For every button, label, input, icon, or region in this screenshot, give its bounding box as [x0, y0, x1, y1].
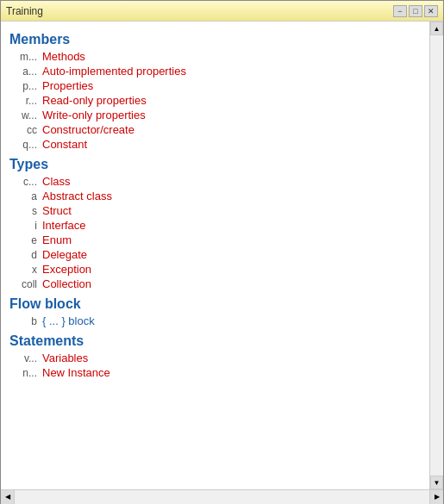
close-button[interactable]: ✕ [424, 5, 438, 17]
list-item: c... Class [8, 174, 426, 189]
list-item: coll Collection [8, 277, 426, 291]
scroll-down-button[interactable]: ▼ [430, 476, 443, 489]
item-prefix: n... [11, 367, 42, 379]
maximize-button[interactable]: □ [409, 5, 422, 17]
item-label[interactable]: Exception [42, 263, 91, 276]
window-controls: − □ ✕ [393, 5, 438, 17]
list-item: n... New Instance [8, 365, 426, 380]
item-label[interactable]: Collection [42, 277, 91, 290]
item-prefix: a [11, 190, 42, 202]
item-prefix: q... [11, 139, 42, 151]
list-item: e Enum [8, 233, 426, 247]
scroll-track[interactable] [430, 35, 443, 476]
list-item: b { ... } block [8, 314, 426, 328]
item-label[interactable]: Delegate [42, 248, 87, 261]
item-label[interactable]: New Instance [42, 366, 110, 379]
training-window: Training − □ ✕ Members m... Methods a...… [0, 0, 444, 504]
list-item: a... Auto-implemented properties [8, 64, 426, 78]
horizontal-scrollbar: ◀ ▶ [1, 489, 443, 503]
content-area: Members m... Methods a... Auto-implement… [1, 22, 443, 489]
list-item: q... Constant [8, 137, 426, 152]
list-item: m... Methods [8, 49, 426, 64]
title-bar: Training − □ ✕ [1, 1, 443, 22]
list-item: s Struct [8, 203, 426, 218]
list-item: w... Write-only properties [8, 108, 426, 122]
item-label[interactable]: Enum [42, 233, 72, 246]
item-label[interactable]: Write-only properties [42, 109, 146, 121]
minimize-button[interactable]: − [393, 5, 407, 17]
list-item: x Exception [8, 262, 426, 277]
item-prefix: x [11, 264, 42, 276]
list-item: p... Properties [8, 78, 426, 93]
section-header-types: Types [8, 157, 426, 172]
vertical-scrollbar: ▲ ▼ [429, 22, 443, 489]
item-label[interactable]: Read-only properties [42, 94, 147, 107]
item-label[interactable]: Methods [42, 50, 85, 63]
item-label[interactable]: Interface [42, 219, 86, 232]
item-label[interactable]: Abstract class [42, 190, 112, 202]
list-item: d Delegate [8, 247, 426, 262]
item-prefix: s [11, 205, 42, 217]
section-header-statements: Statements [8, 333, 426, 349]
window-title: Training [6, 5, 43, 17]
scroll-up-button[interactable]: ▲ [430, 22, 443, 35]
item-prefix: r... [11, 95, 42, 107]
hscroll-track[interactable] [15, 490, 429, 504]
section-header-flowblock: Flow block [8, 296, 426, 312]
item-label[interactable]: Variables [42, 352, 88, 364]
item-prefix: i [11, 220, 42, 232]
item-prefix: w... [11, 109, 42, 121]
list-item: cc Constructor/create [8, 122, 426, 137]
section-header-members: Members [8, 32, 426, 47]
list-item: a Abstract class [8, 189, 426, 203]
item-prefix: cc [11, 124, 42, 136]
item-label[interactable]: Properties [42, 79, 93, 92]
item-label[interactable]: Class [42, 175, 71, 188]
list-item: v... Variables [8, 351, 426, 365]
scroll-content[interactable]: Members m... Methods a... Auto-implement… [1, 22, 429, 489]
item-prefix: e [11, 234, 42, 246]
list-item: i Interface [8, 218, 426, 233]
item-label[interactable]: Auto-implemented properties [42, 65, 186, 78]
item-prefix: v... [11, 352, 42, 364]
item-label[interactable]: Constant [42, 138, 87, 151]
item-prefix: c... [11, 176, 42, 188]
item-prefix: p... [11, 80, 42, 92]
scroll-left-button[interactable]: ◀ [1, 490, 15, 504]
item-prefix: coll [11, 278, 42, 290]
item-prefix: a... [11, 65, 42, 78]
list-item: r... Read-only properties [8, 93, 426, 108]
item-label[interactable]: { ... } block [42, 314, 95, 327]
item-label[interactable]: Constructor/create [42, 123, 134, 136]
item-prefix: m... [11, 51, 42, 63]
scroll-right-button[interactable]: ▶ [429, 490, 443, 504]
item-prefix: b [11, 315, 42, 327]
item-prefix: d [11, 249, 42, 261]
item-label[interactable]: Struct [42, 204, 72, 217]
